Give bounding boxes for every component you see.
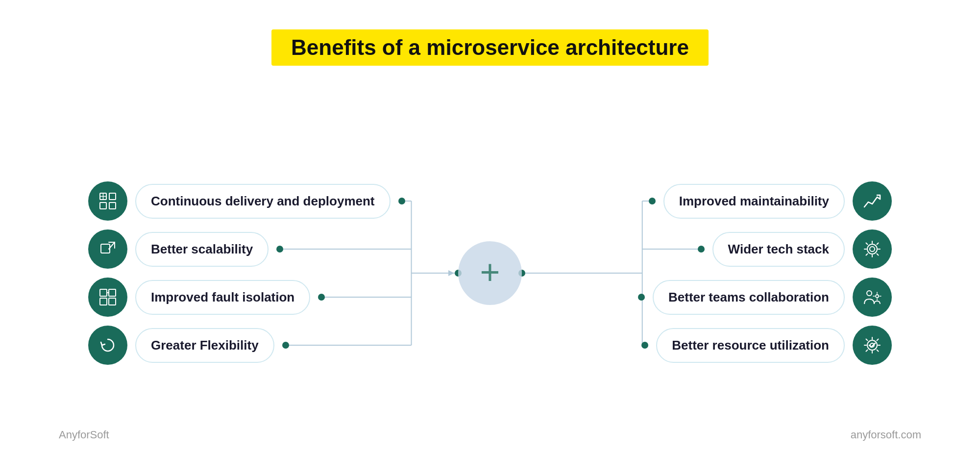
benefit-label-fault: Improved fault isolation — [135, 280, 310, 315]
svg-rect-21 — [101, 244, 110, 253]
svg-rect-23 — [100, 289, 107, 296]
benefit-icon-fault — [88, 278, 127, 317]
benefit-label-maintainability: Improved maintainability — [663, 184, 845, 219]
dot-flexibility — [282, 342, 289, 349]
plus-symbol: + — [480, 255, 500, 289]
list-item: Better scalability — [88, 229, 441, 269]
page-wrapper: Benefits of a microservice architecture — [0, 0, 980, 456]
dot-maintainability — [649, 198, 656, 204]
dot-scalability — [276, 246, 283, 253]
benefit-icon-teams — [853, 278, 892, 317]
dot-fault — [318, 294, 325, 301]
title-highlight: Benefits of a microservice architecture — [271, 29, 709, 66]
benefit-icon-scalability — [88, 229, 127, 269]
center-circle: + — [458, 241, 522, 305]
list-item: Improved maintainability — [539, 181, 892, 221]
benefit-icon-maintainability — [853, 181, 892, 221]
dot-resource — [641, 342, 648, 349]
benefit-label-resource: Better resource utilization — [656, 328, 845, 363]
svg-point-28 — [870, 247, 875, 252]
svg-rect-26 — [109, 298, 116, 305]
svg-point-30 — [867, 291, 872, 296]
dot-teams — [638, 294, 645, 301]
benefit-label-tech-stack: Wider tech stack — [712, 232, 845, 267]
benefit-label-continuous: Continuous delivery and deployment — [135, 184, 391, 219]
center-section: + — [441, 241, 539, 305]
svg-rect-18 — [109, 203, 116, 209]
dot-tech-stack — [698, 246, 705, 253]
list-item: Improved fault isolation — [88, 278, 441, 317]
list-item: Wider tech stack — [539, 229, 892, 269]
list-item: Greater Flexibility — [88, 326, 441, 365]
svg-point-29 — [867, 244, 877, 254]
svg-rect-24 — [109, 289, 116, 296]
list-item: Better resource utilization — [539, 326, 892, 365]
benefit-icon-resource — [853, 326, 892, 365]
benefit-icon-tech-stack — [853, 229, 892, 269]
footer: AnyforSoft anyforsoft.com — [0, 429, 980, 441]
benefit-icon-continuous — [88, 181, 127, 221]
dot-continuous — [398, 198, 405, 204]
svg-rect-25 — [100, 298, 107, 305]
benefit-label-scalability: Better scalability — [135, 232, 269, 267]
title-section: Benefits of a microservice architecture — [271, 29, 709, 66]
benefit-label-teams: Better teams collaboration — [653, 280, 845, 315]
left-column: Continuous delivery and deployment Bette… — [88, 181, 441, 365]
list-item: Better teams collaboration — [539, 278, 892, 317]
list-item: Continuous delivery and deployment — [88, 181, 441, 221]
diagram: Continuous delivery and deployment Bette… — [24, 90, 956, 456]
svg-point-31 — [876, 295, 879, 298]
benefit-icon-flexibility — [88, 326, 127, 365]
footer-right: anyforsoft.com — [851, 429, 921, 441]
right-column: Improved maintainability Wider tech stac… — [539, 181, 892, 365]
benefit-label-flexibility: Greater Flexibility — [135, 328, 274, 363]
footer-left: AnyforSoft — [59, 429, 109, 441]
svg-rect-16 — [100, 203, 106, 209]
svg-rect-17 — [109, 193, 116, 200]
page-title: Benefits of a microservice architecture — [291, 35, 689, 60]
